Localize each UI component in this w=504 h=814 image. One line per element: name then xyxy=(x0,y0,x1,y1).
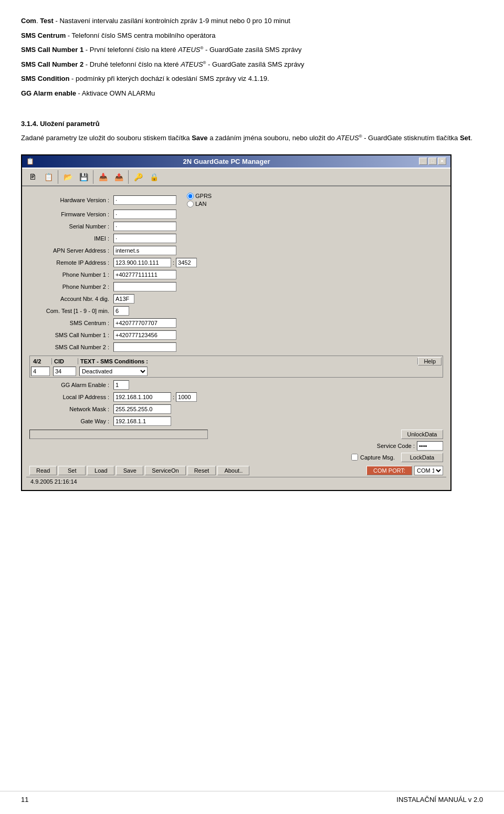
section-body: Zadané parametry lze uložit do souboru s… xyxy=(21,133,483,144)
colon-local-port: : xyxy=(173,394,174,400)
row-firmware-version: Firmware Version : xyxy=(29,209,443,220)
input-sms-cond-42[interactable] xyxy=(31,367,50,376)
com-port-select[interactable]: COM 1 COM 2 COM 3 xyxy=(414,466,443,475)
input-hardware-version[interactable] xyxy=(113,195,176,205)
capture-msg-checkbox[interactable] xyxy=(351,454,358,461)
service-on-button[interactable]: ServiceOn xyxy=(145,466,185,475)
row-sms-call2: SMS Call Number 2 : xyxy=(29,342,443,352)
reset-button[interactable]: Reset xyxy=(187,466,216,475)
section-heading: 3.1.4. Uložení parametrů xyxy=(21,120,483,128)
input-gateway[interactable] xyxy=(113,416,171,426)
window-title: 2N GuardGate PC Manager xyxy=(34,158,419,165)
about-button[interactable]: About.. xyxy=(217,466,249,475)
input-apn-server[interactable] xyxy=(113,246,176,255)
toolbar-icon-3a[interactable]: 📥 xyxy=(96,170,110,184)
close-button[interactable]: ✕ xyxy=(438,158,446,165)
window-titlebar: 📋 2N GuardGate PC Manager _ □ ✕ xyxy=(22,155,450,168)
status-datetime: 4.9.2005 21:16:14 xyxy=(30,478,77,485)
input-local-port[interactable] xyxy=(176,392,197,402)
label-gg-alarm-enable: GG Alarm Enable : xyxy=(29,382,113,388)
label-sms-call2: SMS Call Number 2 xyxy=(21,60,83,68)
paragraph-com-test: Com. Test - Nastavení intervalu zasílání… xyxy=(21,16,483,26)
input-network-mask[interactable] xyxy=(113,404,171,414)
minimize-button[interactable]: _ xyxy=(419,158,427,165)
row-phone1: Phone Number 1 : xyxy=(29,269,443,280)
unlock-data-button[interactable]: UnlockData xyxy=(401,430,443,439)
input-local-ip[interactable] xyxy=(113,392,171,402)
main-window: 📋 2N GuardGate PC Manager _ □ ✕ 🖹 📋 📂 💾 xyxy=(21,154,452,491)
input-phone1[interactable] xyxy=(113,270,176,279)
select-sms-cond-text[interactable]: Deactivated Activated xyxy=(79,367,148,376)
window-body: Hardware Version : GPRS LAN xyxy=(22,186,450,490)
form-section: Hardware Version : GPRS LAN xyxy=(26,191,446,464)
label-imei: IMEI : xyxy=(29,235,113,242)
row-hardware-version: Hardware Version : GPRS LAN xyxy=(29,193,443,207)
toolbar-icon-4b[interactable]: 🔒 xyxy=(146,170,161,184)
toolbar-icon-1a[interactable]: 🖹 xyxy=(25,170,40,184)
row-gg-alarm: GG Alarm Enable : xyxy=(29,380,443,390)
label-gg-alarm: GG Alarm enable xyxy=(21,89,76,97)
input-remote-ip[interactable] xyxy=(113,258,171,267)
row-remote-ip: Remote IP Address : : xyxy=(29,257,443,268)
sms-cond-col-text: TEXT - SMS Conditions : xyxy=(78,358,418,364)
radio-lan[interactable]: LAN xyxy=(187,201,212,207)
input-phone2[interactable] xyxy=(113,282,176,291)
input-firmware-version[interactable] xyxy=(113,210,176,219)
paragraph-sms-centrum: SMS Centrum - Telefonní číslo SMS centra… xyxy=(21,30,483,41)
maximize-button[interactable]: □ xyxy=(428,158,437,165)
toolbar-group-3: 📥 📤 xyxy=(96,170,129,184)
label-sms-condition: SMS Condition xyxy=(21,75,69,82)
label-remote-ip: Remote IP Address : xyxy=(29,259,113,266)
help-button[interactable]: Help xyxy=(418,357,442,366)
com-port-label-btn: COM PORT: xyxy=(366,466,412,475)
input-gg-alarm[interactable] xyxy=(113,380,129,390)
input-sms-call1[interactable] xyxy=(113,330,176,340)
row-imei: IMEI : xyxy=(29,233,443,244)
input-sms-call2[interactable] xyxy=(113,342,176,352)
window-wrap: 📋 2N GuardGate PC Manager _ □ ✕ 🖹 📋 📂 💾 xyxy=(21,154,483,491)
lock-data-button[interactable]: LockData xyxy=(401,453,443,462)
sms-cond-col-42: 4/2 xyxy=(31,358,52,364)
toolbar-icon-2b[interactable]: 💾 xyxy=(76,170,91,184)
service-code-label: Service Code : xyxy=(377,443,415,449)
scrollbar-area[interactable] xyxy=(29,430,208,439)
input-sms-cond-cid[interactable] xyxy=(53,367,76,376)
read-button[interactable]: Read xyxy=(29,466,57,475)
right-bottom: UnlockData Service Code : Capture Msg. L… xyxy=(351,430,443,462)
row-com-test: Com. Test [1 - 9 - 0] min. xyxy=(29,306,443,316)
input-sms-centrum[interactable] xyxy=(113,318,176,328)
set-button[interactable]: Set xyxy=(58,466,86,475)
label-test: Test xyxy=(40,17,54,25)
input-service-code[interactable] xyxy=(417,441,443,451)
radio-gprs-label: GPRS xyxy=(195,193,212,199)
label-apn-server: APN Server Address : xyxy=(29,247,113,254)
toolbar-icon-3b[interactable]: 📤 xyxy=(111,170,126,184)
radio-gprs[interactable]: GPRS xyxy=(187,193,212,200)
page-number: 11 xyxy=(21,796,28,803)
radio-gprs-input[interactable] xyxy=(187,193,194,200)
radio-lan-label: LAN xyxy=(195,201,206,207)
radio-lan-input[interactable] xyxy=(187,201,194,207)
footer-text: INSTALAČNÍ MANUÁL v 2.0 xyxy=(396,796,483,803)
row-apn-server: APN Server Address : xyxy=(29,245,443,256)
input-account-nbr[interactable] xyxy=(113,294,134,304)
toolbar-group-4: 🔑 🔒 xyxy=(131,170,163,184)
toolbar-icon-1b[interactable]: 📋 xyxy=(41,170,56,184)
load-button[interactable]: Load xyxy=(87,466,114,475)
label-com: Com xyxy=(21,17,36,25)
window-controls[interactable]: _ □ ✕ xyxy=(419,158,446,165)
toolbar-group-1: 🖹 📋 xyxy=(25,170,58,184)
input-remote-port[interactable] xyxy=(176,258,197,267)
toolbar-icon-4a[interactable]: 🔑 xyxy=(131,170,145,184)
input-com-test[interactable] xyxy=(113,306,129,316)
paragraph-sms-call2: SMS Call Number 2 - Druhé telefonní čísl… xyxy=(21,59,483,70)
input-serial-number[interactable] xyxy=(113,222,176,231)
page-content: Com. Test - Nastavení intervalu zasílání… xyxy=(0,0,504,538)
label-com-test: Com. Test [1 - 9 - 0] min. xyxy=(29,308,113,314)
toolbar-icon-2a[interactable]: 📂 xyxy=(60,170,75,184)
label-local-ip: Local IP Address : xyxy=(29,394,113,400)
save-button[interactable]: Save xyxy=(116,466,143,475)
input-imei[interactable] xyxy=(113,234,176,243)
status-bar: 4.9.2005 21:16:14 xyxy=(26,477,446,486)
bottom-section: UnlockData Service Code : Capture Msg. L… xyxy=(29,430,443,462)
